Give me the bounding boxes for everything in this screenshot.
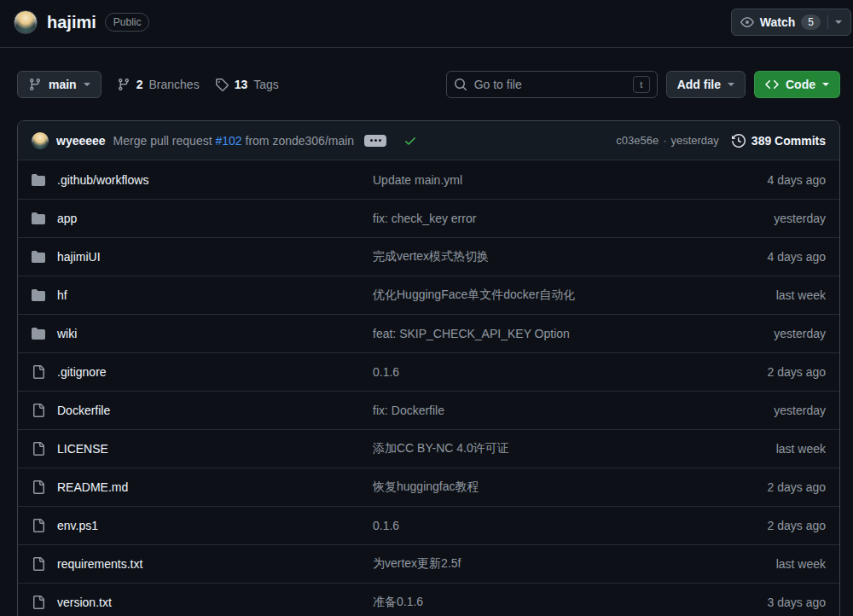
commit-message-cell: feat: SKIP_CHECK_API_KEY Option	[373, 327, 698, 340]
row-commit-message-link[interactable]: fix: check_key error	[373, 212, 476, 225]
checks-status-icon[interactable]	[403, 134, 417, 148]
row-commit-message-link[interactable]: 0.1.6	[373, 365, 399, 379]
code-icon	[765, 78, 779, 91]
commit-message-cell: 恢复huggingfac教程	[373, 479, 698, 495]
row-commit-message-link[interactable]: 优化HuggingFace单文件docker自动化	[373, 288, 575, 301]
row-commit-message-link[interactable]: feat: SKIP_CHECK_API_KEY Option	[373, 327, 570, 340]
table-row[interactable]: .github/workflows Update main.yml 4 days…	[18, 160, 839, 199]
row-commit-message-link[interactable]: 添加CC BY-NC 4.0许可证	[373, 441, 509, 455]
row-commit-message-link[interactable]: 0.1.6	[373, 519, 399, 532]
table-row[interactable]: requirements.txt 为vertex更新2.5f last week	[18, 544, 839, 583]
commit-message-suffix: from zonde306/main	[242, 134, 355, 148]
repo-toolbar: main 2 Branches 13 Tags	[17, 71, 840, 98]
code-label: Code	[786, 78, 815, 91]
commit-date: 4 days ago	[698, 250, 826, 264]
file-name-cell: hajimiUI	[32, 250, 373, 264]
commit-time: yesterday	[670, 134, 718, 147]
file-icon	[32, 519, 45, 532]
commit-sha-date: c03e56e · yesterday	[616, 134, 719, 147]
committer-avatar[interactable]	[32, 132, 49, 149]
file-name-cell: version.txt	[32, 596, 373, 609]
branch-selector-button[interactable]: main	[17, 71, 102, 98]
commit-ellipsis-button[interactable]	[364, 135, 386, 147]
file-name-link[interactable]: Dockerfile	[57, 404, 110, 417]
repo-header: hajimi Public Watch 5	[0, 0, 853, 48]
commit-date: last week	[698, 288, 826, 302]
table-row[interactable]: hf 优化HuggingFace单文件docker自动化 last week	[18, 276, 839, 314]
file-name-link[interactable]: requirements.txt	[57, 557, 142, 571]
file-name-cell: .github/workflows	[32, 173, 373, 187]
tags-link[interactable]: 13 Tags	[215, 78, 279, 91]
table-row[interactable]: .gitignore 0.1.6 2 days ago	[18, 352, 839, 391]
code-button[interactable]: Code	[754, 71, 840, 98]
commit-date: 2 days ago	[698, 519, 826, 532]
row-commit-message-link[interactable]: 准备0.1.6	[373, 595, 423, 608]
tag-icon	[215, 78, 229, 91]
button-divider	[827, 15, 828, 29]
file-name-link[interactable]: .gitignore	[57, 365, 107, 379]
file-name-link[interactable]: env.ps1	[57, 519, 98, 532]
commit-meta: c03e56e · yesterday 389 Commits	[616, 134, 826, 148]
file-icon	[32, 557, 45, 571]
table-row[interactable]: LICENSE 添加CC BY-NC 4.0许可证 last week	[18, 429, 839, 468]
row-commit-message-link[interactable]: 为vertex更新2.5f	[373, 556, 461, 570]
folder-icon	[32, 327, 45, 340]
chevron-down-icon[interactable]	[835, 20, 842, 27]
current-branch-label: main	[49, 78, 77, 91]
file-name-link[interactable]: .github/workflows	[57, 173, 148, 187]
folder-icon	[32, 173, 45, 187]
file-name-link[interactable]: hf	[57, 288, 67, 302]
committer-name-link[interactable]: wyeeeee	[56, 134, 106, 148]
table-row[interactable]: hajimiUI 完成vertex模式热切换 4 days ago	[18, 237, 839, 276]
commit-sha-link[interactable]: c03e56e	[616, 134, 659, 147]
owner-avatar[interactable]	[14, 10, 38, 34]
ellipsis-dot	[374, 139, 377, 142]
repo-title-link[interactable]: hajimi	[47, 13, 96, 32]
table-row[interactable]: env.ps1 0.1.6 2 days ago	[18, 506, 839, 544]
row-commit-message-link[interactable]: fix: Dockerfile	[373, 404, 444, 417]
visibility-badge: Public	[105, 13, 150, 32]
branches-label: Branches	[148, 78, 199, 91]
shortcut-key-badge: t	[633, 76, 650, 93]
file-name-link[interactable]: wiki	[57, 327, 77, 340]
commit-history-link[interactable]: 389 Commits	[732, 134, 826, 148]
row-commit-message-link[interactable]: 完成vertex模式热切换	[373, 249, 489, 263]
file-name-cell: app	[32, 212, 373, 225]
file-name-cell: env.ps1	[32, 519, 373, 532]
file-name-link[interactable]: README.md	[57, 480, 128, 494]
watch-button[interactable]: Watch 5	[731, 9, 851, 36]
go-to-file-input[interactable]	[474, 78, 626, 91]
git-branch-icon	[117, 78, 131, 91]
add-file-button[interactable]: Add file	[666, 71, 746, 98]
go-to-file-box: t	[446, 71, 658, 98]
commit-message-cell: 为vertex更新2.5f	[373, 556, 698, 572]
commit-message-cell: 0.1.6	[373, 365, 698, 379]
folder-icon	[32, 288, 45, 302]
file-name-link[interactable]: hajimiUI	[57, 250, 101, 264]
commit-message-cell: 完成vertex模式热切换	[373, 249, 698, 264]
row-commit-message-link[interactable]: 恢复huggingfac教程	[373, 479, 479, 493]
table-row[interactable]: Dockerfile fix: Dockerfile yesterday	[18, 391, 839, 429]
table-row[interactable]: version.txt 准备0.1.6 3 days ago	[18, 583, 839, 616]
table-row[interactable]: app fix: check_key error yesterday	[18, 199, 839, 237]
file-name-cell: requirements.txt	[32, 557, 373, 571]
file-icon	[32, 442, 45, 456]
search-icon	[454, 78, 467, 91]
file-icon	[32, 365, 45, 379]
chevron-down-icon	[822, 83, 829, 90]
commit-date: 2 days ago	[698, 480, 826, 494]
row-commit-message-link[interactable]: Update main.yml	[373, 173, 462, 187]
table-row[interactable]: wiki feat: SKIP_CHECK_API_KEY Option yes…	[18, 314, 839, 352]
file-name-link[interactable]: LICENSE	[57, 442, 108, 456]
file-name-cell: LICENSE	[32, 442, 373, 456]
file-name-link[interactable]: app	[57, 212, 77, 225]
branches-link[interactable]: 2 Branches	[117, 78, 200, 91]
file-icon	[32, 596, 45, 609]
file-name-link[interactable]: version.txt	[57, 596, 112, 609]
table-row[interactable]: README.md 恢复huggingfac教程 2 days ago	[18, 468, 839, 506]
pr-number-link[interactable]: #102	[215, 134, 241, 148]
branch-tag-links: 2 Branches 13 Tags	[117, 78, 279, 91]
chevron-down-icon	[84, 83, 90, 90]
chevron-down-icon	[728, 83, 734, 90]
commit-message-cell: 准备0.1.6	[373, 595, 698, 610]
